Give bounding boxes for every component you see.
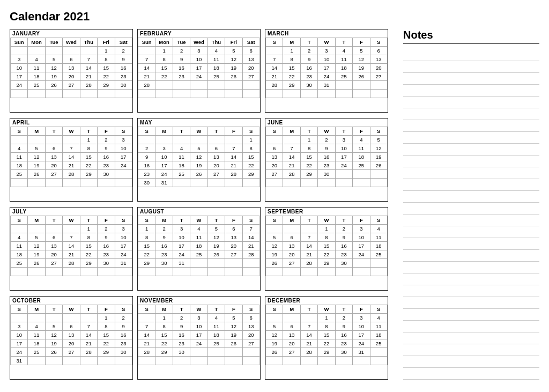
notes-line[interactable] [403,273,539,285]
cal-day [45,90,62,98]
notes-line[interactable] [403,108,539,120]
cal-header: S [266,38,283,47]
cal-day: 2 [173,314,190,322]
notes-line[interactable] [403,356,539,368]
cal-header: W [190,305,207,314]
cal-day: 15 [80,153,97,161]
cal-day [45,268,62,276]
cal-day [11,179,28,187]
cal-day: 16 [115,64,132,72]
cal-header: T [207,305,225,314]
cal-day: 27 [207,170,225,179]
cal-day: 7 [138,55,155,64]
cal-header: S [370,216,387,225]
notes-section: Notes [403,29,539,380]
cal-day: 2 [115,47,132,55]
cal-day: 13 [283,242,300,250]
cal-day [242,348,259,357]
notes-line[interactable] [403,285,539,297]
notes-line[interactable] [403,97,539,108]
cal-header: S [11,216,28,225]
month-name: NOVEMBER [138,297,260,305]
cal-header: T [173,127,190,136]
notes-line[interactable] [403,215,539,226]
cal-day: 1 [318,225,335,233]
notes-line[interactable] [403,203,539,215]
cal-header: T [45,216,62,225]
cal-day: 14 [63,153,80,161]
cal-header: M [283,305,300,314]
cal-day: 7 [80,322,97,331]
notes-line[interactable] [403,262,539,273]
notes-line[interactable] [403,321,539,332]
cal-day: 7 [138,322,155,331]
cal-day [300,314,317,322]
notes-line[interactable] [403,73,539,85]
notes-line[interactable] [403,49,539,61]
notes-line[interactable] [403,368,539,380]
cal-day: 10 [353,322,370,331]
cal-day: 21 [80,72,97,81]
cal-day: 30 [115,348,132,357]
cal-day: 25 [190,250,207,259]
cal-day: 22 [318,339,335,348]
cal-day: 5 [225,314,242,322]
notes-line[interactable] [403,297,539,309]
cal-day [266,268,283,276]
cal-day: 1 [138,225,155,233]
cal-day: 7 [242,225,259,233]
cal-day: 25 [353,161,370,170]
notes-line[interactable] [403,309,539,321]
notes-line[interactable] [403,156,539,167]
cal-header: T [80,127,97,136]
cal-day [370,348,387,357]
notes-line[interactable] [403,179,539,191]
cal-day [353,357,370,365]
month-name: AUGUST [138,208,260,216]
cal-day: 19 [45,72,62,81]
cal-day: 29 [138,259,155,268]
cal-day [80,268,97,276]
notes-line[interactable] [403,344,539,356]
cal-day: 31 [353,348,370,357]
cal-header: W [190,127,207,136]
notes-line[interactable] [403,61,539,73]
cal-day: 23 [335,339,352,348]
cal-day [138,90,155,98]
cal-day [225,136,242,144]
notes-line[interactable] [403,132,539,144]
cal-header: T [335,127,352,136]
notes-line[interactable] [403,120,539,132]
cal-day: 7 [63,233,80,242]
cal-day: 17 [335,153,352,161]
notes-line[interactable] [403,250,539,262]
notes-line[interactable] [403,191,539,203]
cal-day: 18 [335,64,352,72]
notes-line[interactable] [403,144,539,156]
cal-day [63,314,80,322]
cal-day: 24 [190,72,207,81]
notes-line[interactable] [403,238,539,250]
cal-day: 19 [266,339,283,348]
notes-line[interactable] [403,226,539,238]
cal-day: 10 [155,153,173,161]
cal-day: 3 [190,314,207,322]
cal-header: M [283,127,300,136]
cal-header: S [266,127,283,136]
cal-day: 29 [283,81,300,90]
cal-header: M [155,305,173,314]
notes-line[interactable] [403,332,539,344]
cal-day: 5 [266,233,283,242]
cal-day: 30 [155,259,173,268]
notes-line[interactable] [403,85,539,97]
cal-header: F [225,305,242,314]
cal-day: 17 [318,64,335,72]
cal-day [225,90,242,98]
cal-day: 21 [80,339,97,348]
cal-day: 12 [370,144,387,153]
cal-header: S [115,305,132,314]
month-block: JUNESMTWTFS12345678910111213141516171819… [265,118,388,202]
cal-day [283,357,300,365]
cal-day [318,90,335,98]
notes-line[interactable] [403,167,539,179]
